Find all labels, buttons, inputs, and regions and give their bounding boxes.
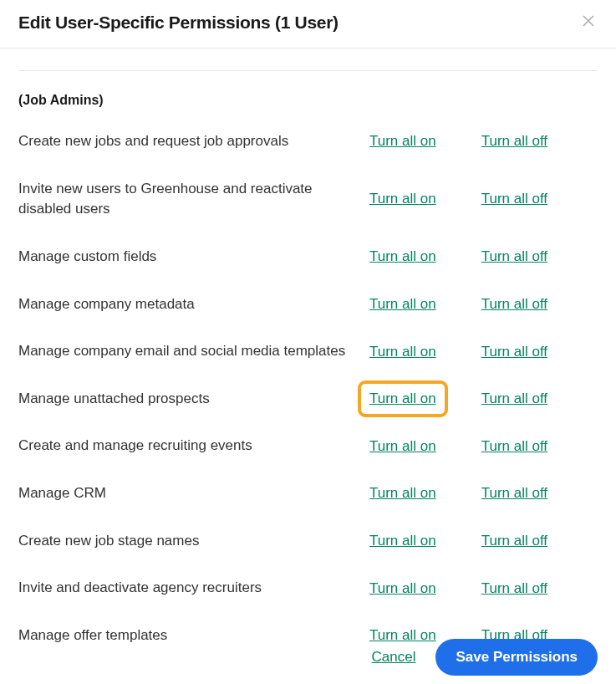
permission-list: Create new jobs and request job approval…	[18, 131, 598, 646]
permission-actions: Turn all onTurn all off	[369, 485, 598, 502]
permission-row: Manage company metadataTurn all onTurn a…	[18, 294, 598, 315]
turn-all-on-link[interactable]: Turn all on	[369, 248, 436, 265]
permission-label: Manage company metadata	[18, 294, 369, 315]
dialog-title: Edit User-Specific Permissions (1 User)	[18, 13, 339, 33]
permission-actions: Turn all onTurn all off	[369, 248, 598, 265]
permission-actions: Turn all onTurn all off	[369, 390, 598, 407]
permission-label: Invite and deactivate agency recruiters	[18, 578, 369, 599]
permission-actions: Turn all onTurn all off	[369, 133, 598, 150]
permission-label: Manage offer templates	[18, 625, 369, 646]
close-icon	[583, 15, 594, 29]
dialog-footer: Cancel Save Permissions	[372, 639, 598, 676]
permission-actions: Turn all onTurn all off	[369, 580, 598, 597]
turn-all-on-link[interactable]: Turn all on	[369, 296, 436, 313]
permission-row: Invite and deactivate agency recruitersT…	[18, 578, 598, 599]
permission-label: Invite new users to Greenhouse and react…	[18, 179, 369, 220]
dialog-content: (Job Admins) Create new jobs and request…	[0, 70, 616, 646]
turn-all-off-link[interactable]: Turn all off	[481, 191, 547, 207]
turn-all-on-link[interactable]: Turn all on	[369, 533, 436, 549]
turn-all-on-link[interactable]: Turn all on	[369, 580, 436, 597]
turn-all-off-link[interactable]: Turn all off	[481, 390, 547, 407]
permission-row: Manage custom fieldsTurn all onTurn all …	[18, 247, 598, 268]
permission-label: Manage custom fields	[18, 247, 369, 268]
permission-row: Create new job stage namesTurn all onTur…	[18, 531, 598, 552]
turn-all-off-link[interactable]: Turn all off	[481, 344, 547, 360]
turn-all-on-link[interactable]: Turn all on	[369, 344, 436, 360]
turn-all-on-link[interactable]: Turn all on	[369, 485, 436, 502]
cancel-button[interactable]: Cancel	[372, 649, 416, 666]
turn-all-off-link[interactable]: Turn all off	[481, 533, 547, 549]
permission-label: Create and manage recruiting events	[18, 436, 369, 457]
section-label: (Job Admins)	[18, 93, 598, 108]
permission-label: Create new job stage names	[18, 531, 369, 552]
turn-all-on-link[interactable]: Turn all on	[369, 438, 436, 455]
turn-all-off-link[interactable]: Turn all off	[481, 133, 547, 150]
permission-row: Create and manage recruiting eventsTurn …	[18, 436, 598, 457]
turn-all-off-link[interactable]: Turn all off	[481, 248, 547, 265]
turn-all-on-link[interactable]: Turn all on	[369, 191, 436, 207]
permission-row: Manage CRMTurn all onTurn all off	[18, 483, 598, 504]
save-permissions-button[interactable]: Save Permissions	[435, 639, 598, 676]
turn-all-off-link[interactable]: Turn all off	[481, 485, 547, 502]
permission-row: Create new jobs and request job approval…	[18, 131, 598, 152]
permission-actions: Turn all onTurn all off	[369, 438, 598, 455]
permission-label: Manage unattached prospects	[18, 389, 369, 410]
permission-actions: Turn all onTurn all off	[369, 191, 598, 207]
turn-all-off-link[interactable]: Turn all off	[481, 580, 547, 597]
turn-all-off-link[interactable]: Turn all off	[481, 438, 547, 455]
permission-actions: Turn all onTurn all off	[369, 533, 598, 549]
permission-label: Manage company email and social media te…	[18, 341, 369, 362]
divider	[18, 70, 598, 71]
close-button[interactable]	[579, 12, 598, 33]
turn-all-off-link[interactable]: Turn all off	[481, 296, 547, 313]
permission-row: Invite new users to Greenhouse and react…	[18, 179, 598, 220]
permission-label: Manage CRM	[18, 483, 369, 504]
turn-all-on-link[interactable]: Turn all on	[364, 387, 441, 411]
turn-all-on-link[interactable]: Turn all on	[369, 133, 436, 150]
dialog-header: Edit User-Specific Permissions (1 User)	[0, 0, 616, 48]
permission-label: Create new jobs and request job approval…	[18, 131, 369, 152]
permission-row: Manage unattached prospectsTurn all onTu…	[18, 389, 598, 410]
permission-actions: Turn all onTurn all off	[369, 344, 598, 360]
permission-actions: Turn all onTurn all off	[369, 296, 598, 313]
permission-row: Manage company email and social media te…	[18, 341, 598, 362]
